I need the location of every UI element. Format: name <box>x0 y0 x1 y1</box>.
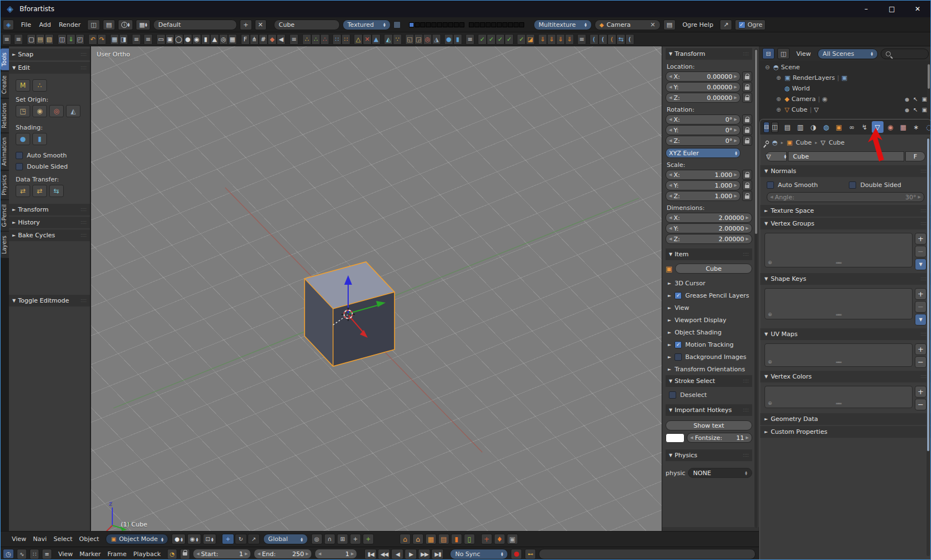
number-field[interactable]: ◀X:0.00000▶ <box>666 71 740 82</box>
lock-icon[interactable] <box>742 82 752 92</box>
toolbar-icon[interactable]: ▤ <box>36 34 45 45</box>
data-transfer-icon[interactable]: ⇄ <box>32 185 47 197</box>
toolbar-icon[interactable]: ≡ <box>289 34 298 45</box>
viewport-menu-item[interactable]: Navi <box>30 535 50 543</box>
playback-button[interactable]: ◀ <box>391 549 403 559</box>
toolbar-icon[interactable]: ◲ <box>414 34 423 45</box>
vertex-colors-header[interactable]: ▼Vertex Colors:::: <box>760 371 931 382</box>
visibility-eye-icon[interactable]: ● <box>905 97 909 102</box>
layer-toggle[interactable] <box>486 22 491 27</box>
layer-toggle[interactable] <box>448 22 453 27</box>
toolbar-icon[interactable]: ◉ <box>192 34 201 45</box>
collapsed-panel-row[interactable]: ► View <box>666 301 752 314</box>
keying-set-field[interactable] <box>539 549 756 559</box>
toolbar-icon[interactable]: ● <box>183 34 192 45</box>
menu-item[interactable]: Add <box>35 21 55 28</box>
datablock-label[interactable]: RenderLayers <box>792 74 835 82</box>
toolbar-icon[interactable]: ⇓ <box>66 34 75 45</box>
toolbar-icon[interactable]: ⇓ <box>556 34 565 45</box>
custom-properties-header[interactable]: ►Custom Properties <box>760 426 931 438</box>
playback-button[interactable]: ▶▮ <box>431 549 444 559</box>
viewport-header-icon[interactable]: + <box>481 534 492 544</box>
properties-tab[interactable]: ↯ <box>859 121 871 133</box>
toolbar-icon[interactable]: △ <box>354 34 363 45</box>
expander-icon[interactable]: ⊕ <box>776 107 782 113</box>
lines-icon[interactable]: ▤ <box>663 20 676 30</box>
stroke-select-header[interactable]: ▼Stroke Select:::: <box>666 375 752 387</box>
number-field[interactable]: ◀X:0°▶ <box>666 114 740 125</box>
layout-delete-button[interactable]: ✕ <box>255 20 267 30</box>
layer-toggle[interactable] <box>437 22 442 27</box>
window-duplicate-icon[interactable]: ◫ <box>87 20 99 30</box>
properties-scrollbar[interactable] <box>927 137 930 556</box>
collapsed-panel-row[interactable]: ► Transform Orientations <box>666 363 752 375</box>
viewport-header-icon[interactable]: ♦ <box>494 534 505 544</box>
maximize-button[interactable]: □ <box>879 1 905 17</box>
outliner-scope-dropdown[interactable]: All Scenes▲▼ <box>818 49 878 59</box>
show-text-button[interactable]: Show text <box>666 420 752 430</box>
toolbar-icon[interactable]: ✕ <box>363 34 372 45</box>
lock-icon[interactable] <box>742 191 752 201</box>
edit-panel-header[interactable]: ▼Edit:::: <box>9 62 90 74</box>
editor-type-icon[interactable]: ◈ <box>3 20 14 30</box>
toolbar-icon[interactable]: ▭ <box>156 34 165 45</box>
toolbar-icon[interactable]: ⋔ <box>250 34 259 45</box>
outliner-row[interactable]: ⊖ ◓ Scene | ● ↖ ▣ <box>762 62 929 73</box>
viewport-header-icon[interactable]: ▣ <box>507 534 518 544</box>
layer-toggle[interactable] <box>420 22 425 27</box>
toolbar-icon[interactable]: ∷ <box>341 34 350 45</box>
timeline-editor-icon[interactable]: ◷ <box>3 549 14 559</box>
screen-layout-field[interactable]: Default <box>153 20 237 30</box>
set-origin-icon[interactable]: ◎ <box>49 105 64 117</box>
toolbar-icon[interactable]: ( <box>598 34 607 45</box>
toolbar-icon[interactable]: ✓ <box>505 34 514 45</box>
manipulator-toggle[interactable]: ↗ <box>248 534 260 544</box>
menu-item[interactable]: File <box>17 21 35 28</box>
toolbar-icon[interactable]: ↷ <box>97 34 106 45</box>
mesh-browse-button[interactable]: ▽▲▼ <box>766 151 787 161</box>
data-transfer-icon[interactable]: ⇄ <box>16 185 30 197</box>
physics-panel-header[interactable]: ▼Physics:::: <box>666 449 752 461</box>
number-field[interactable]: ◀Z:1.000▶ <box>666 191 740 201</box>
collapsed-panel-header[interactable]: ►Transform:::: <box>9 204 90 216</box>
toolbar-icon[interactable]: ∴ <box>311 34 320 45</box>
number-field[interactable]: ◀Y:0.00000▶ <box>666 82 740 92</box>
playback-button[interactable]: ◀◀ <box>378 549 390 559</box>
selectability-cursor-icon[interactable]: ↖ <box>913 96 918 102</box>
toolbar-icon[interactable]: ✓ <box>517 34 526 45</box>
expander-icon[interactable]: ⊕ <box>776 96 782 102</box>
expander-icon[interactable]: ⊖ <box>765 64 771 70</box>
toolbar-icon[interactable]: ▲ <box>372 34 381 45</box>
vertex-color-add-button[interactable]: + <box>915 386 927 398</box>
scene-field[interactable]: Cube <box>274 20 340 30</box>
toolbar-icon[interactable]: ≡ <box>466 34 474 45</box>
toolbar-icon[interactable]: ● <box>444 34 453 45</box>
properties-tab[interactable]: ◌ <box>923 121 931 133</box>
viewport-header-icon[interactable]: ▤ <box>438 534 449 544</box>
toolbar-icon[interactable]: ◮ <box>432 34 441 45</box>
toolbar-icon[interactable]: ⇓ <box>565 34 574 45</box>
properties-display-icon[interactable]: ◫ <box>771 122 778 133</box>
end-frame-field[interactable]: ◀End:250▶ <box>254 549 312 559</box>
viewport-header-icon[interactable]: ⌂ <box>400 534 411 544</box>
properties-tab[interactable]: ▦ <box>897 121 909 133</box>
normals-panel-header[interactable]: ▼Normals:::: <box>760 165 931 177</box>
datablock-label[interactable]: Scene <box>781 64 800 71</box>
toolbar-icon[interactable]: ≡ <box>14 34 23 45</box>
sync-dropdown[interactable]: No Sync▲▼ <box>450 549 508 559</box>
expand-window-icon[interactable]: ↗ <box>720 20 732 30</box>
vertex-group-add-button[interactable]: + <box>915 233 927 245</box>
properties-tab[interactable]: ◑ <box>808 121 819 133</box>
object-crumb-label[interactable]: Cube <box>796 139 811 146</box>
outliner-editor-icon[interactable]: ⊟ <box>762 48 775 59</box>
toolbar-icon[interactable]: ▮ <box>453 34 462 45</box>
physic-dropdown[interactable]: NONE▲▼ <box>688 468 752 478</box>
collapsed-panel-row[interactable]: ► Background Images <box>666 351 752 363</box>
toolbar-icon[interactable]: ( <box>590 34 598 45</box>
viewport-header-icon[interactable]: ▮ <box>451 534 462 544</box>
uv-maps-list[interactable]: ⊕══ <box>764 343 913 367</box>
properties-tab[interactable]: ∞ <box>846 121 858 133</box>
collapsed-panel-row[interactable]: ► 3D Cursor <box>666 277 752 289</box>
shelf-tab[interactable]: G-Pencil <box>1 200 9 231</box>
number-field[interactable]: ◀X:1.000▶ <box>666 170 740 180</box>
